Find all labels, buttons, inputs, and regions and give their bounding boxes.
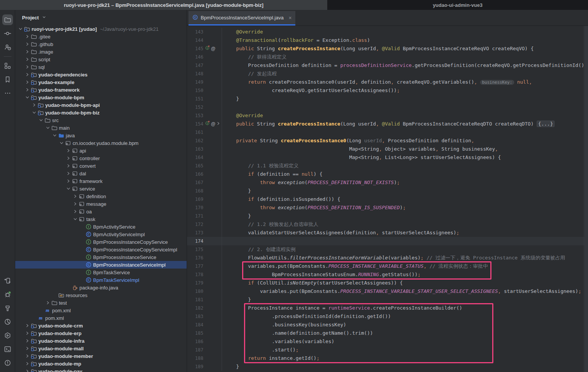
line-number-gutter[interactable]: 172 [187, 220, 222, 229]
problems-icon[interactable] [2, 358, 13, 368]
line-number-gutter[interactable]: 175 [187, 245, 222, 254]
chevron-right-icon[interactable] [24, 80, 30, 84]
line-number-gutter[interactable]: 171 [187, 212, 222, 220]
chevron-right-icon[interactable] [24, 87, 30, 92]
tree-item[interactable]: yudao-module-bpm [15, 94, 187, 101]
code-line[interactable]: 154I@ public String createProcessInstanc… [187, 120, 588, 128]
code-line[interactable]: 179 if (CollUtil.isNotEmpty(startUserSel… [187, 279, 588, 287]
tree-item[interactable]: sql [15, 63, 187, 71]
line-number-gutter[interactable]: 182 [187, 304, 222, 312]
line-number-gutter[interactable]: 181 [187, 296, 222, 304]
code-line[interactable]: 172 // 1.2 校验发起人自选审批人 [187, 220, 588, 229]
tree-item[interactable]: api [15, 147, 187, 154]
overrides-method-icon[interactable]: I [205, 120, 210, 128]
debug-icon[interactable] [2, 289, 13, 300]
tree-item[interactable]: task [15, 215, 187, 223]
pull-requests-icon[interactable]: ? [2, 42, 13, 52]
code-line[interactable]: 143 @Override [187, 28, 588, 36]
tree-item[interactable]: IBpmActivityService [15, 223, 187, 231]
tree-item[interactable]: convert [15, 162, 187, 170]
code-line[interactable]: 178 BpmProcessInstanceStatusEnum.RUNNING… [187, 270, 588, 279]
overrides-method-icon[interactable]: I [205, 45, 210, 53]
tree-item[interactable]: dal [15, 170, 187, 177]
code-line[interactable]: 162 private String createProcessInstance… [187, 137, 588, 145]
tree-item[interactable]: yudao-module-crm [15, 322, 187, 329]
code-line[interactable]: 145I@ public String createProcessInstanc… [187, 45, 588, 53]
code-line[interactable]: 165 // 1.1 校验流程定义 [187, 162, 588, 170]
code-line[interactable]: 181 } [187, 296, 588, 304]
code-line[interactable]: 182 ProcessInstance instance = runtimeSe… [187, 304, 588, 312]
code-line[interactable]: 144 @Transactional(rollbackFor = Excepti… [187, 36, 588, 45]
line-number-gutter[interactable]: 188 [187, 354, 222, 362]
line-number-gutter[interactable]: 144 [187, 36, 222, 45]
close-icon[interactable]: × [288, 15, 292, 21]
line-number-gutter[interactable]: 164 [187, 153, 222, 162]
code-line[interactable]: 189 } [187, 362, 588, 371]
code-line[interactable]: 148 // 发起流程 [187, 70, 588, 78]
code-editor[interactable]: 143 @Override144 @Transactional(rollback… [187, 26, 588, 372]
code-line[interactable]: 149 return createProcessInstance0(userId… [187, 78, 588, 86]
tree-item[interactable]: CBpmProcessInstanceServiceImpl [15, 261, 187, 269]
line-number-gutter[interactable]: 151 [187, 95, 222, 103]
run-windows-icon[interactable] [2, 275, 13, 286]
project-panel-header[interactable]: Project [15, 10, 187, 25]
line-number-gutter[interactable]: 154I@ [187, 120, 222, 128]
tree-item[interactable]: yudao-module-member [15, 352, 187, 360]
code-line[interactable]: 188 return instance.getId(); [187, 354, 588, 362]
tree-item[interactable]: mpom.xml [15, 314, 187, 322]
chevron-right-icon[interactable] [24, 354, 30, 358]
terminal-icon[interactable] [2, 344, 13, 355]
tree-item[interactable]: IBpmTaskService [15, 269, 187, 276]
chevron-right-icon[interactable] [65, 179, 71, 183]
chevron-right-icon[interactable] [24, 323, 30, 328]
code-line[interactable]: 161 [187, 128, 588, 137]
chevron-right-icon[interactable] [65, 164, 71, 168]
tree-item[interactable]: yudao-module-bpm-biz [15, 109, 187, 116]
code-line[interactable]: 146 // 获得流程定义 [187, 53, 588, 61]
line-number-gutter[interactable]: 161 [187, 128, 222, 137]
chevron-right-icon[interactable] [72, 194, 78, 199]
chevron-right-icon[interactable] [65, 171, 71, 176]
code-line[interactable]: 186 .variables(variables) [187, 337, 588, 346]
code-line[interactable]: 147 ProcessDefinition definition = proce… [187, 61, 588, 70]
line-number-gutter[interactable]: 149 [187, 78, 222, 86]
code-line[interactable]: 171 } [187, 212, 588, 220]
tree-item[interactable]: .github [15, 40, 187, 48]
tree-item[interactable]: yudao-framework [15, 86, 187, 94]
line-number-gutter[interactable]: 178 [187, 270, 222, 279]
code-line[interactable]: 175 // 2. 创建流程实例 [187, 245, 588, 254]
project-folder-icon[interactable] [2, 14, 13, 25]
editor-scrollbar[interactable] [585, 26, 588, 372]
chevron-right-icon[interactable] [65, 148, 71, 153]
more-icon[interactable] [2, 88, 13, 99]
line-number-gutter[interactable]: 150 [187, 86, 222, 95]
chevron-right-icon[interactable] [24, 331, 30, 335]
line-number-gutter[interactable]: 153 [187, 111, 222, 120]
code-line[interactable]: 184 .businessKey(businessKey) [187, 321, 588, 329]
build-icon[interactable] [2, 303, 13, 313]
tree-item[interactable]: CBpmActivityServiceImpl [15, 231, 187, 238]
tree-item[interactable]: .gitee [15, 33, 187, 40]
chevron-down-icon[interactable] [45, 126, 51, 130]
code-line[interactable]: 152 [187, 103, 588, 111]
code-line[interactable]: 177 variables.put(BpmConstants.PROCESS_I… [187, 262, 588, 270]
tree-item[interactable]: yudao-module-mall [15, 345, 187, 352]
editor-tab[interactable]: C BpmProcessInstanceServiceImpl.java × [189, 11, 295, 25]
tree-item[interactable]: test [15, 299, 187, 307]
chevron-down-icon[interactable] [72, 217, 78, 221]
tree-item[interactable]: ruoyi-vue-pro-jdk21 [yudao]~/Java/ruoyi-… [15, 25, 187, 33]
chevron-down-icon[interactable] [17, 27, 24, 31]
code-line[interactable]: 166 if (definition == null) { [187, 170, 588, 178]
chevron-right-icon[interactable] [65, 156, 71, 161]
tree-item[interactable]: IBpmProcessInstanceService [15, 253, 187, 261]
code-line[interactable]: 170 throw exception(PROCESS_DEFINITION_I… [187, 203, 588, 212]
tree-item[interactable]: definition [15, 192, 187, 200]
tree-item[interactable]: controller [15, 154, 187, 162]
chevron-down-icon[interactable] [31, 110, 37, 115]
chevron-right-icon[interactable] [24, 72, 30, 77]
bookmarks-icon[interactable] [2, 74, 13, 85]
code-line[interactable]: 185 .name(definition.getName().trim()) [187, 329, 588, 337]
chevron-down-icon[interactable] [24, 95, 30, 100]
annotation-icon[interactable]: @ [211, 120, 216, 128]
line-number-gutter[interactable]: 145I@ [187, 45, 222, 53]
